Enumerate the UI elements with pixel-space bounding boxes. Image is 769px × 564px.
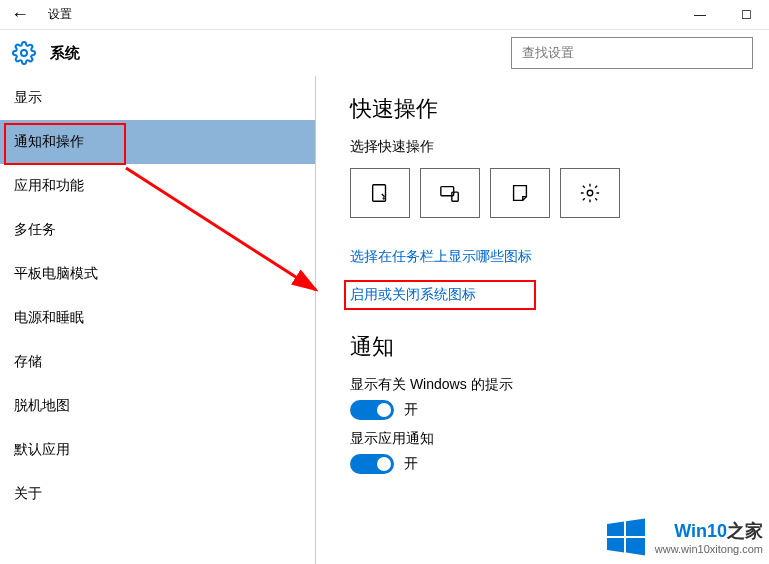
sidebar-item-2[interactable]: 应用和功能 (0, 164, 315, 208)
maximize-button[interactable]: ☐ (723, 0, 769, 30)
window-title: 设置 (48, 6, 72, 23)
toggle-row-1: 显示应用通知开 (350, 430, 745, 474)
sidebar-item-8[interactable]: 默认应用 (0, 428, 315, 472)
watermark: Win10之家 www.win10xitong.com (605, 516, 763, 558)
sidebar-item-9[interactable]: 关于 (0, 472, 315, 516)
quick-actions-heading: 快速操作 (350, 94, 745, 124)
sidebar-item-5[interactable]: 电源和睡眠 (0, 296, 315, 340)
body: 显示通知和操作应用和功能多任务平板电脑模式电源和睡眠存储脱机地图默认应用关于 快… (0, 76, 769, 564)
svg-point-2 (383, 198, 384, 199)
quick-actions-sub: 选择快速操作 (350, 138, 745, 156)
sidebar-item-3[interactable]: 多任务 (0, 208, 315, 252)
toggle-label: 显示有关 Windows 的提示 (350, 376, 745, 394)
system-icons-link[interactable]: 启用或关闭系统图标 (350, 286, 476, 304)
svg-point-5 (587, 190, 593, 196)
back-button[interactable]: ← (0, 4, 40, 25)
sidebar-item-0[interactable]: 显示 (0, 76, 315, 120)
minimize-button[interactable]: — (677, 0, 723, 30)
notifications-heading: 通知 (350, 332, 745, 362)
window-controls: — ☐ (677, 0, 769, 30)
system-icons-link-box: 启用或关闭系统图标 (350, 286, 476, 304)
sidebar-item-1[interactable]: 通知和操作 (0, 120, 315, 164)
sidebar: 显示通知和操作应用和功能多任务平板电脑模式电源和睡眠存储脱机地图默认应用关于 (0, 76, 316, 564)
sidebar-item-6[interactable]: 存储 (0, 340, 315, 384)
toggle-label: 显示应用通知 (350, 430, 745, 448)
search-input[interactable]: 查找设置 (511, 37, 753, 69)
titlebar: ← 设置 — ☐ (0, 0, 769, 30)
header: 系统 查找设置 (0, 30, 769, 76)
quick-tile-connect[interactable] (420, 168, 480, 218)
taskbar-icons-link[interactable]: 选择在任务栏上显示哪些图标 (350, 248, 745, 266)
watermark-brand: Win10之家 (655, 519, 763, 543)
toggle-switch[interactable] (350, 400, 394, 420)
svg-rect-4 (452, 192, 458, 201)
quick-tile-note[interactable] (490, 168, 550, 218)
sidebar-item-7[interactable]: 脱机地图 (0, 384, 315, 428)
content-pane: 快速操作 选择快速操作 选择在任务栏上显示哪些图标 启用或关闭系统图标 通知 显… (316, 76, 769, 564)
toggle-switch[interactable] (350, 454, 394, 474)
toggle-state: 开 (404, 455, 418, 473)
sidebar-item-4[interactable]: 平板电脑模式 (0, 252, 315, 296)
page-title: 系统 (50, 44, 80, 63)
quick-tile-tablet-mode[interactable] (350, 168, 410, 218)
quick-action-tiles (350, 168, 745, 218)
toggle-state: 开 (404, 401, 418, 419)
gear-icon (12, 41, 36, 65)
toggle-row-0: 显示有关 Windows 的提示开 (350, 376, 745, 420)
windows-logo-icon (605, 516, 647, 558)
search-placeholder: 查找设置 (522, 44, 574, 62)
svg-point-0 (21, 50, 27, 56)
quick-tile-all-settings[interactable] (560, 168, 620, 218)
watermark-url: www.win10xitong.com (655, 543, 763, 555)
